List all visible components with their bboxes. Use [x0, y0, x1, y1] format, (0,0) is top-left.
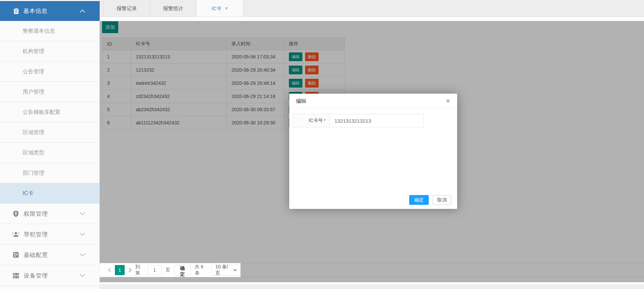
sidebar-submenu-item[interactable]: 机构管理 [0, 41, 100, 62]
cancel-button[interactable]: 取消 [433, 195, 451, 205]
pagination-bar: 1 到第 页 确定 共 6 条 10 条/页 [100, 263, 241, 277]
content-area: 添加 ID IC卡号 录入时间 操作 1 1321313213213 2020-… [100, 17, 644, 289]
tab-ic-card[interactable]: IC卡× [197, 0, 243, 17]
card-no-input[interactable] [330, 114, 424, 127]
sidebar-section-label: 基本信息 [23, 7, 48, 15]
ok-button[interactable]: 确定 [409, 195, 429, 205]
sidebar-item-base-config[interactable]: 基础配置 [0, 245, 100, 265]
dialog-footer: 确定 取消 [409, 195, 451, 205]
sidebar-sections: 权限管理 罪犯管理 [0, 203, 100, 286]
edit-dialog: 编辑 × IC卡号* 确定 取消 [289, 94, 457, 209]
tab-bar: 报警记录 报警统计 IC卡× [100, 0, 644, 17]
shield-pin-icon [12, 210, 20, 217]
sidebar-item-permission-mgmt[interactable]: 权限管理 [0, 203, 100, 224]
goto-confirm-button[interactable]: 确定 [174, 265, 191, 275]
bottom-strip [100, 284, 644, 289]
sidebar-submenu: 警察基本信息机构管理公告管理用户管理公告模板库配置区域管理区域类型部门管理IC卡 [0, 21, 100, 203]
field-label-text: IC卡号 [309, 118, 323, 124]
sidebar-submenu-item[interactable]: IC卡 [0, 183, 100, 203]
sidebar-item-criminal-mgmt[interactable]: 罪犯管理 [0, 224, 100, 245]
tab-label: 报警记录 [117, 5, 137, 11]
goto-page-input[interactable] [148, 265, 162, 275]
page-size-select[interactable]: 10 条/页 [212, 265, 241, 275]
sidebar: 基本信息 警察基本信息机构管理公告管理用户管理公告模板库配置区域管理区域类型部门… [0, 0, 100, 289]
close-icon[interactable]: × [444, 97, 452, 105]
chevron-down-icon [79, 253, 85, 257]
sidebar-submenu-item[interactable]: 警察基本信息 [0, 21, 100, 41]
sidebar-submenu-item[interactable]: 用户管理 [0, 82, 100, 102]
next-page-button[interactable] [128, 267, 132, 273]
server-icon [12, 272, 20, 279]
sidebar-item-label: 设备管理 [24, 272, 48, 280]
chevron-down-icon [233, 269, 237, 271]
page-unit-label: 页 [166, 267, 170, 273]
chevron-down-icon [79, 273, 85, 278]
circuit-icon [12, 251, 20, 258]
tab-alarm-stats[interactable]: 报警统计 [150, 0, 197, 17]
total-count-label: 共 6 条 [195, 264, 208, 276]
current-page-button[interactable]: 1 [115, 265, 125, 275]
tab-label: 报警统计 [163, 5, 183, 11]
tab-close-icon[interactable]: × [225, 5, 228, 11]
sidebar-submenu-item[interactable]: 公告管理 [0, 62, 100, 82]
card-no-label: IC卡号* [293, 114, 330, 127]
chevron-down-icon [79, 212, 85, 216]
sidebar-item-label: 罪犯管理 [24, 231, 48, 238]
sidebar-submenu-item[interactable]: 区域管理 [0, 122, 100, 143]
prev-page-button[interactable] [108, 267, 111, 273]
sidebar-item-label: 基础配置 [24, 251, 48, 259]
clipboard-icon [13, 7, 20, 15]
required-mark: * [324, 118, 325, 123]
sidebar-item-device-mgmt[interactable]: 设备管理 [0, 265, 100, 286]
chevron-up-icon [79, 9, 85, 13]
dialog-title: 编辑 [289, 94, 457, 108]
admin-app: 基本信息 警察基本信息机构管理公告管理用户管理公告模板库配置区域管理区域类型部门… [0, 0, 644, 289]
card-no-form-row: IC卡号* [293, 114, 424, 127]
tab-alarm-records[interactable]: 报警记录 [103, 0, 150, 17]
goto-label: 到第 [135, 264, 144, 276]
sidebar-submenu-item[interactable]: 区域类型 [0, 143, 100, 163]
sidebar-section-basic-info[interactable]: 基本信息 [0, 1, 100, 21]
sidebar-submenu-item[interactable]: 公告模板库配置 [0, 102, 100, 122]
tab-label: IC卡 [212, 5, 222, 11]
sidebar-submenu-item[interactable]: 部门管理 [0, 163, 100, 183]
chevron-down-icon [79, 232, 85, 236]
page-size-value: 10 条/页 [215, 264, 230, 276]
sidebar-item-label: 权限管理 [24, 210, 48, 218]
criminal-icon [12, 231, 20, 238]
